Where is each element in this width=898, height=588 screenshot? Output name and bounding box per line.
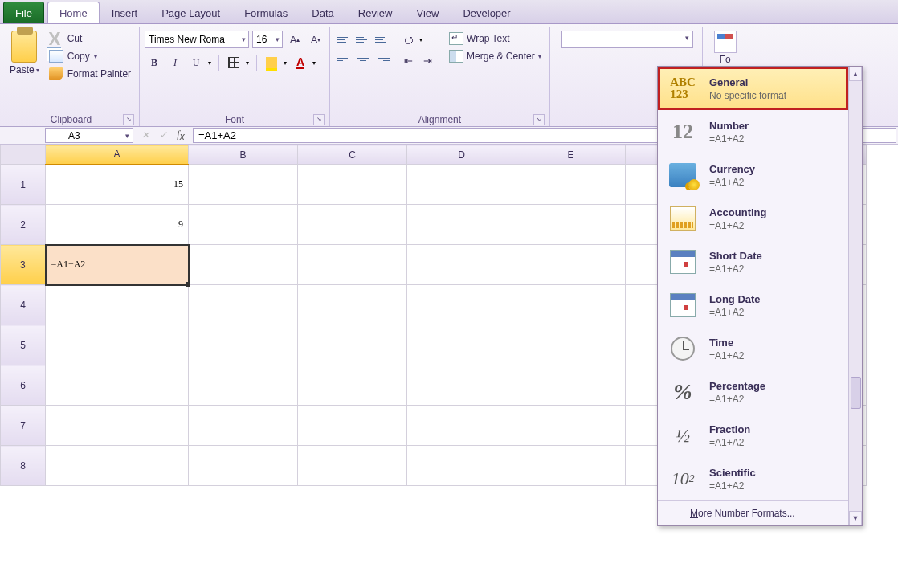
cell-c7[interactable] — [298, 406, 407, 446]
italic-button[interactable]: I — [165, 53, 185, 72]
row-header-6[interactable]: 6 — [1, 365, 46, 406]
format-general[interactable]: ABC123 GeneralNo specific format — [658, 67, 848, 110]
paste-icon[interactable] — [11, 31, 37, 63]
tab-insert[interactable]: Insert — [100, 2, 150, 23]
decrease-indent-button[interactable]: ⇤ — [399, 51, 417, 69]
cell-b5[interactable] — [189, 325, 298, 365]
cell-d4[interactable] — [407, 285, 516, 325]
row-header-1[interactable]: 1 — [1, 165, 46, 205]
cell-a6[interactable] — [46, 365, 189, 406]
cell-a3[interactable]: =A1+A2 — [46, 245, 189, 285]
grow-font-button[interactable]: A▴ — [286, 31, 304, 48]
cell-d8[interactable] — [407, 446, 516, 486]
align-bottom-button[interactable] — [373, 31, 391, 48]
scroll-thumb[interactable] — [851, 377, 861, 409]
copy-button[interactable]: Copy▾ — [49, 50, 131, 63]
underline-button[interactable]: U — [186, 53, 206, 72]
alignment-launcher[interactable]: ↘ — [533, 114, 545, 125]
tab-developer[interactable]: Developer — [451, 2, 522, 23]
name-box[interactable]: A3 — [45, 128, 133, 143]
borders-dd[interactable]: ▾ — [243, 53, 251, 72]
col-header-d[interactable]: D — [407, 145, 516, 165]
scroll-up-icon[interactable]: ▲ — [849, 67, 862, 81]
align-center-button[interactable] — [354, 51, 372, 69]
shrink-font-button[interactable]: A▾ — [307, 31, 325, 48]
row-header-2[interactable]: 2 — [1, 205, 46, 245]
font-size-combo[interactable]: 16 — [252, 31, 283, 48]
cell-b7[interactable] — [189, 406, 298, 446]
cell-c2[interactable] — [298, 205, 407, 245]
orientation-dd[interactable]: ▾ — [417, 31, 425, 48]
cell-c8[interactable] — [298, 446, 407, 486]
dropdown-scrollbar[interactable]: ▲ ▼ — [848, 67, 862, 525]
row-header-4[interactable]: 4 — [1, 285, 46, 325]
increase-indent-button[interactable]: ⇥ — [418, 51, 436, 69]
cell-d1[interactable] — [407, 165, 516, 205]
format-accounting[interactable]: Accounting=A1+A2 — [658, 197, 848, 240]
row-header-7[interactable]: 7 — [1, 406, 46, 446]
cell-b6[interactable] — [189, 365, 298, 406]
cell-b8[interactable] — [189, 446, 298, 486]
merge-center-button[interactable]: Merge & Center▾ — [449, 50, 541, 63]
format-short-date[interactable]: Short Date=A1+A2 — [658, 240, 848, 284]
align-middle-button[interactable] — [354, 31, 372, 48]
row-header-5[interactable]: 5 — [1, 325, 46, 365]
tab-formulas[interactable]: Formulas — [232, 2, 300, 23]
cell-a7[interactable] — [46, 406, 189, 446]
format-currency[interactable]: Currency=A1+A2 — [658, 153, 848, 197]
row-header-3[interactable]: 3 — [1, 245, 46, 285]
cell-e8[interactable] — [516, 446, 626, 486]
row-header-8[interactable]: 8 — [1, 446, 46, 486]
font-color-dd[interactable]: ▾ — [310, 53, 318, 72]
format-percentage[interactable]: % Percentage=A1+A2 — [658, 370, 848, 414]
scroll-down-icon[interactable]: ▼ — [849, 511, 862, 525]
bold-button[interactable]: B — [145, 53, 164, 72]
cell-d7[interactable] — [407, 406, 516, 446]
font-launcher[interactable]: ↘ — [313, 114, 325, 125]
font-name-combo[interactable]: Times New Roma — [145, 31, 249, 48]
fx-icon[interactable]: fx — [173, 129, 188, 142]
cell-e7[interactable] — [516, 406, 626, 446]
col-header-e[interactable]: E — [516, 145, 626, 165]
cell-a8[interactable] — [46, 446, 189, 486]
number-format-combo[interactable] — [561, 31, 693, 48]
select-all-corner[interactable] — [1, 145, 46, 165]
tab-page-layout[interactable]: Page Layout — [149, 2, 232, 23]
cell-d5[interactable] — [407, 325, 516, 365]
cut-button[interactable]: Cut — [49, 32, 131, 45]
confirm-edit-icon[interactable]: ✓ — [156, 129, 170, 141]
cell-b1[interactable] — [189, 165, 298, 205]
cell-e5[interactable] — [516, 325, 626, 365]
cell-e3[interactable] — [516, 245, 626, 285]
cell-e1[interactable] — [516, 165, 626, 205]
cell-d6[interactable] — [407, 365, 516, 406]
tab-review[interactable]: Review — [346, 2, 405, 23]
cell-a4[interactable] — [46, 285, 189, 325]
format-fraction[interactable]: ½ Fraction=A1+A2 — [658, 414, 848, 457]
fill-color-dd[interactable]: ▾ — [281, 53, 289, 72]
cancel-edit-icon[interactable]: ✕ — [138, 129, 153, 141]
cell-c5[interactable] — [298, 325, 407, 365]
cell-c6[interactable] — [298, 365, 407, 406]
borders-button[interactable] — [224, 53, 243, 72]
cell-a5[interactable] — [46, 325, 189, 365]
format-scientific[interactable]: 102 Scientific=A1+A2 — [658, 457, 848, 500]
format-painter-button[interactable]: Format Painter — [49, 67, 131, 80]
format-long-date[interactable]: Long Date=A1+A2 — [658, 284, 848, 327]
tab-file[interactable]: File — [3, 2, 44, 23]
format-number[interactable]: 12 Number=A1+A2 — [658, 110, 848, 153]
cell-a1[interactable]: 15 — [46, 165, 189, 205]
col-header-a[interactable]: A — [46, 145, 189, 165]
cell-e4[interactable] — [516, 285, 626, 325]
align-top-button[interactable] — [335, 31, 353, 48]
cell-e2[interactable] — [516, 205, 626, 245]
paste-button[interactable]: Paste▾ — [10, 64, 39, 76]
wrap-text-button[interactable]: Wrap Text — [449, 32, 541, 45]
format-time[interactable]: Time=A1+A2 — [658, 327, 848, 370]
tab-home[interactable]: Home — [47, 2, 100, 23]
cell-a2[interactable]: 9 — [46, 205, 189, 245]
col-header-c[interactable]: C — [298, 145, 407, 165]
font-color-button[interactable]: A — [291, 53, 310, 72]
fill-color-button[interactable] — [262, 53, 281, 72]
cell-c1[interactable] — [298, 165, 407, 205]
